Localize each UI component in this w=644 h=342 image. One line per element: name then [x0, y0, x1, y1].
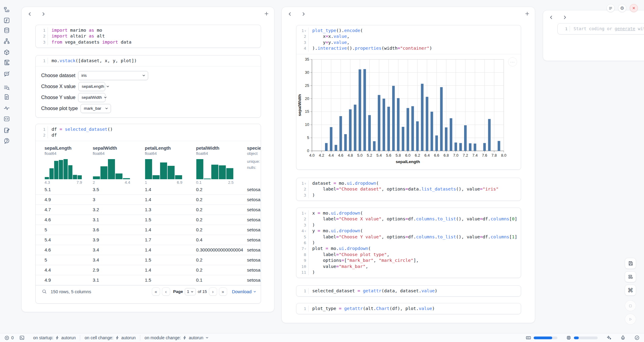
table-row[interactable]: 4.42.91.40.2setosa [36, 265, 261, 275]
fold-chevron-icon[interactable]: ∨ [305, 246, 306, 252]
code-editor[interactable]: 1import marimo as mo2import altair as al… [36, 25, 261, 48]
sidebar-item-logs[interactable] [3, 59, 10, 66]
search-icon[interactable] [42, 289, 47, 294]
fold-chevron-icon[interactable]: ∨ [305, 181, 306, 187]
column-header-petalLength[interactable]: petalLengthfloat6416.9 [145, 145, 196, 185]
table-row[interactable]: 5.43.91.70.4setosa [36, 235, 261, 245]
terminal-button[interactable] [18, 335, 29, 340]
table-row[interactable]: 5.13.51.40.2setosa [36, 185, 261, 195]
column-name: petalWidth [196, 145, 247, 151]
add-cell-icon[interactable] [524, 11, 530, 16]
column-header-petalWidth[interactable]: petalWidthfloat640.12.5 [196, 145, 247, 185]
table-row[interactable]: 4.73.21.30.2setosa [36, 205, 261, 215]
sidebar-item-ai-chat[interactable] [3, 70, 10, 77]
chevron-right-icon[interactable] [301, 11, 306, 17]
svg-text:6.4: 6.4 [424, 153, 430, 158]
cell-imports[interactable]: 1import marimo as mo2import altair as al… [35, 25, 261, 48]
table-row[interactable]: 4.63.41.40.30000000000000004setosa [36, 245, 261, 255]
code-line: 10 value="mark_bar", [296, 264, 521, 269]
table-row[interactable]: 4.63.11.50.2setosa [36, 215, 261, 225]
chevron-right-icon[interactable] [562, 15, 567, 20]
choose-plot-type-select[interactable]: mark_bar [80, 104, 111, 113]
table-row[interactable]: 53.61.40.2setosa [36, 225, 261, 235]
generate-link[interactable]: generate [615, 26, 635, 31]
altair-bar-chart[interactable]: 4.04.24.44.64.85.05.25.45.65.86.06.26.46… [296, 55, 510, 166]
cell-xy-plot-dropdowns[interactable]: 1∨x = mo.ui.dropdown(2 label="Choose X v… [296, 208, 521, 278]
runtime-config-1[interactable]: on startup:autorun [29, 335, 80, 340]
chevron-left-icon[interactable] [287, 11, 293, 17]
fold-chevron-icon[interactable]: ∨ [305, 228, 306, 234]
minimap-menu-button[interactable] [606, 4, 615, 12]
download-button[interactable]: Download [232, 289, 257, 294]
save-button[interactable] [625, 258, 636, 269]
code-editor[interactable]: 1∨x = mo.ui.dropdown(2 label="Choose X v… [296, 208, 521, 278]
control-label: Choose X value [41, 84, 76, 89]
code-editor[interactable]: 1df = selected_dataset()2df [36, 124, 261, 141]
code-placeholder[interactable]: Start coding or generate with AI [570, 26, 644, 32]
fold-chevron-icon[interactable]: ∨ [305, 28, 306, 34]
cell-plot[interactable]: 1∨plot_type().encode(2 x=x.value,3 y=y.v… [296, 25, 521, 170]
column-header-sepalWidth[interactable]: sepalWidthfloat6424.4 [93, 145, 145, 185]
chat-bot-button[interactable] [616, 335, 630, 340]
cell-empty-scratch[interactable]: 1 Start coding or generate with AI [557, 23, 644, 34]
runtime-config-2[interactable]: on cell change:autorun [80, 335, 140, 340]
last-page-button[interactable]: » [219, 287, 227, 296]
table-cell: 4.7 [45, 207, 93, 212]
choose-y-value-select[interactable]: sepalWidth [78, 93, 106, 102]
connection-status-button[interactable] [630, 335, 644, 340]
column-header-species[interactable]: speciesobjectunique:nulls: [247, 145, 261, 185]
runtime-config-3[interactable]: on module change:autorun [140, 335, 213, 340]
run-button[interactable] [625, 314, 636, 325]
stop-button[interactable] [625, 300, 636, 311]
chevron-left-icon[interactable] [27, 11, 33, 17]
cell-dataframe[interactable]: 1df = selected_dataset()2df sepalLengthf… [35, 124, 261, 304]
code-editor[interactable]: 1mo.vstack([dataset, x, y, plot]) [36, 55, 261, 66]
code-editor[interactable]: 1plot_type = getattr(alt.Chart(df), plot… [296, 303, 521, 314]
sidebar-item-tracing[interactable] [3, 105, 10, 112]
ai-assist-button[interactable] [602, 335, 616, 340]
table-cell: 1.5 [145, 217, 196, 222]
sidebar-item-dependencies[interactable] [3, 38, 10, 45]
error-indicator[interactable]: 0 [0, 335, 18, 340]
table-row[interactable]: 4.93.11.50.1setosa [36, 275, 261, 285]
sidebar-item-packages[interactable] [3, 49, 10, 56]
chevron-right-icon[interactable] [41, 11, 46, 17]
chevron-left-icon[interactable] [549, 15, 554, 20]
sidebar-item-help[interactable] [3, 137, 10, 144]
choose-dataset-select[interactable]: iris [78, 71, 148, 80]
table-row[interactable]: 4.931.40.2setosa [36, 195, 261, 205]
code-editor[interactable]: 1∨plot_type().encode(2 x=x.value,3 y=y.v… [296, 25, 521, 54]
sidebar-item-find[interactable] [3, 84, 10, 91]
column-header-sepalLength[interactable]: sepalLengthfloat644.37.9 [45, 145, 93, 185]
sidebar-item-file-explorer[interactable] [3, 6, 10, 13]
next-page-button[interactable]: › [209, 287, 217, 296]
line-number: 1 [43, 27, 45, 33]
sidebar-item-snippets[interactable] [3, 116, 10, 122]
check-circle-icon [634, 335, 640, 340]
settings-button[interactable]: ⚙ [618, 4, 626, 12]
select-value: iris [81, 73, 87, 78]
add-cell-icon[interactable] [264, 11, 269, 16]
choose-x-value-select[interactable]: sepalLength [78, 82, 105, 91]
sidebar-item-functions[interactable] [3, 17, 10, 24]
layout-button[interactable] [625, 271, 636, 282]
sidebar-item-datasources[interactable] [3, 27, 10, 34]
cell-plot-type[interactable]: 1plot_type = getattr(alt.Chart(df), plot… [296, 303, 521, 314]
page-select[interactable]: 1 [185, 288, 196, 295]
line-number: 7 [302, 246, 304, 251]
fold-chevron-icon[interactable]: ∨ [305, 211, 306, 216]
code-editor[interactable]: 1selected_dataset = getattr(data, datase… [296, 286, 521, 296]
code-editor[interactable]: 1∨dataset = mo.ui.dropdown(2 label="Choo… [296, 178, 521, 201]
chevron-down-icon [105, 107, 108, 110]
first-page-button[interactable]: « [152, 287, 160, 296]
sidebar-item-scratchpad[interactable] [3, 127, 10, 134]
sidebar-item-documentation[interactable] [3, 94, 10, 100]
prev-page-button[interactable]: ‹ [162, 287, 170, 296]
command-palette-button[interactable]: ⌘ [625, 285, 636, 296]
table-row[interactable]: 53.41.50.2setosa [36, 255, 261, 265]
cell-selected-dataset[interactable]: 1selected_dataset = getattr(data, datase… [296, 285, 521, 297]
page-label: Page [173, 289, 183, 294]
shutdown-button[interactable] [630, 4, 638, 12]
cell-vstack[interactable]: 1mo.vstack([dataset, x, y, plot]) Choose… [35, 55, 261, 118]
cell-dataset-dropdown[interactable]: 1∨dataset = mo.ui.dropdown(2 label="Choo… [296, 178, 521, 201]
